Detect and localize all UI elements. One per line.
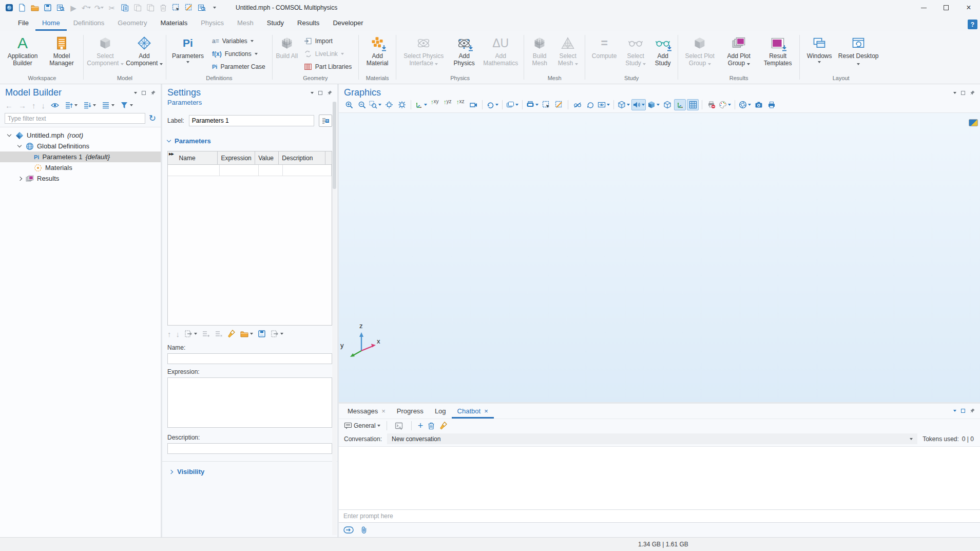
pin-icon[interactable]	[970, 90, 975, 96]
image-export-button[interactable]	[526, 99, 539, 110]
add-row-button[interactable]	[202, 330, 210, 338]
disable-plot-update-button[interactable]	[705, 99, 717, 110]
customize-quick-access-button[interactable]	[208, 2, 221, 14]
filter-button[interactable]	[120, 101, 133, 109]
parameters-section-header[interactable]: Parameters	[162, 133, 337, 148]
deselect-box-button[interactable]	[553, 99, 565, 110]
parameters-table[interactable]: ▶▶ Name Expression Value Description	[167, 151, 332, 326]
show-grid-button[interactable]	[687, 99, 699, 110]
build-all-button[interactable]: Build All	[275, 33, 299, 74]
sound-button[interactable]	[631, 99, 646, 110]
filter-input[interactable]	[5, 113, 145, 124]
color-theme-button[interactable]	[718, 99, 732, 110]
go-to-default-3d-view-button[interactable]	[414, 99, 428, 110]
rename-button[interactable]	[271, 330, 283, 338]
move-down-button[interactable]: ↓	[176, 330, 180, 338]
column-header-value[interactable]: Value	[255, 151, 279, 164]
import-button[interactable]: Import	[302, 36, 353, 46]
pin-icon[interactable]	[327, 90, 333, 96]
collapse-icon[interactable]	[7, 132, 11, 137]
float-panel-icon[interactable]	[318, 91, 322, 95]
send-button[interactable]	[343, 526, 354, 534]
application-builder-button[interactable]: A Application Builder	[4, 33, 42, 74]
description-input[interactable]	[167, 443, 332, 454]
tab-physics[interactable]: Physics	[194, 15, 230, 31]
minimize-button[interactable]	[912, 0, 935, 15]
tab-materials[interactable]: Materials	[153, 15, 194, 31]
tab-log[interactable]: Log	[429, 404, 452, 419]
add-mathematics-button[interactable]: ΔU Add Mathematics	[480, 33, 521, 74]
tab-results[interactable]: Results	[291, 15, 326, 31]
model-manager-button[interactable]: Model Manager	[43, 33, 81, 74]
close-tab-icon[interactable]: ×	[381, 407, 386, 415]
rotate-view-button[interactable]	[486, 99, 499, 110]
add-physics-button[interactable]: Add Physics	[449, 33, 479, 74]
paste-button[interactable]	[131, 2, 144, 14]
add-material-button[interactable]: Add Material	[361, 33, 393, 74]
conversation-dropdown[interactable]: New conversation	[387, 433, 917, 444]
tree-item-results[interactable]: Results	[0, 173, 161, 184]
expand-all-button[interactable]	[65, 101, 78, 109]
delete-button[interactable]	[157, 2, 169, 14]
label-input[interactable]	[189, 115, 314, 126]
refresh-icon[interactable]: ↻	[149, 114, 156, 123]
edit-label-button[interactable]	[319, 115, 332, 127]
float-panel-icon[interactable]	[961, 409, 965, 413]
visibility-section-header[interactable]: Visibility	[162, 462, 337, 482]
find-button[interactable]	[196, 2, 208, 14]
wireframe-rendering-button[interactable]	[661, 99, 673, 110]
tree-item-parameters[interactable]: Pi Parameters 1 {default}	[0, 151, 161, 162]
select-component-button[interactable]: Select Component	[86, 33, 124, 74]
select-study-button[interactable]: Select Study	[622, 33, 649, 74]
settings-scrollbar[interactable]	[332, 102, 337, 535]
undo-button[interactable]: ↶	[80, 2, 92, 14]
tree-item-global-definitions[interactable]: Global Definitions	[0, 141, 161, 151]
panel-menu-icon[interactable]	[953, 410, 956, 412]
tab-progress[interactable]: Progress	[391, 404, 429, 419]
tab-developer[interactable]: Developer	[326, 15, 370, 31]
name-input[interactable]	[167, 353, 332, 364]
go-to-xy-view-button[interactable]: ↑xy	[429, 99, 440, 110]
add-study-button[interactable]: Add Study	[650, 33, 675, 74]
console-button[interactable]	[393, 420, 405, 431]
delete-row-button[interactable]	[215, 330, 223, 338]
forward-button[interactable]: →	[18, 102, 26, 109]
compute-button[interactable]: = Compute	[588, 33, 621, 74]
empty-table-row[interactable]	[168, 165, 332, 176]
float-panel-icon[interactable]	[142, 91, 146, 95]
windows-button[interactable]: Windows	[802, 33, 836, 74]
move-to-button[interactable]	[184, 330, 197, 338]
add-plot-group-button[interactable]: Add Plot Group	[720, 33, 758, 74]
zoom-selected-button[interactable]	[396, 99, 408, 110]
zoom-extents-button[interactable]	[383, 99, 395, 110]
part-libraries-button[interactable]: Part Libraries	[302, 62, 353, 72]
move-down-button[interactable]: ↓	[42, 102, 46, 109]
redo-button[interactable]: ↷	[93, 2, 105, 14]
new-file-button[interactable]	[16, 2, 28, 14]
move-up-button[interactable]: ↑	[32, 102, 36, 109]
clear-conversation-button[interactable]	[439, 422, 448, 430]
zoom-out-button[interactable]	[356, 99, 368, 110]
hide-objects-button[interactable]	[571, 99, 583, 110]
delete-conversation-button[interactable]	[427, 422, 435, 430]
tab-chatbot[interactable]: Chatbot×	[452, 404, 494, 419]
maximize-button[interactable]	[935, 0, 957, 15]
float-panel-icon[interactable]	[961, 91, 965, 95]
variables-button[interactable]: a= Variables	[210, 36, 267, 46]
back-button[interactable]: ←	[5, 102, 13, 109]
tree-item-materials[interactable]: Materials	[0, 162, 161, 173]
clear-table-button[interactable]	[227, 330, 236, 338]
scrollbar-thumb[interactable]	[333, 102, 336, 189]
expand-icon[interactable]	[18, 176, 22, 180]
model-tree-node-text-button[interactable]	[102, 101, 114, 109]
pin-icon[interactable]	[970, 408, 975, 413]
panel-menu-icon[interactable]	[953, 92, 956, 94]
expression-input[interactable]	[167, 377, 332, 428]
copy-button[interactable]	[119, 2, 131, 14]
add-component-button[interactable]: Add Component	[125, 33, 163, 74]
result-templates-button[interactable]: Result Templates	[759, 33, 797, 74]
parameter-case-button[interactable]: Pi Parameter Case	[210, 62, 267, 72]
reset-desktop-button[interactable]: Reset Desktop	[837, 33, 879, 74]
transparency-button[interactable]	[617, 99, 630, 110]
tab-home[interactable]: Home	[35, 15, 67, 31]
